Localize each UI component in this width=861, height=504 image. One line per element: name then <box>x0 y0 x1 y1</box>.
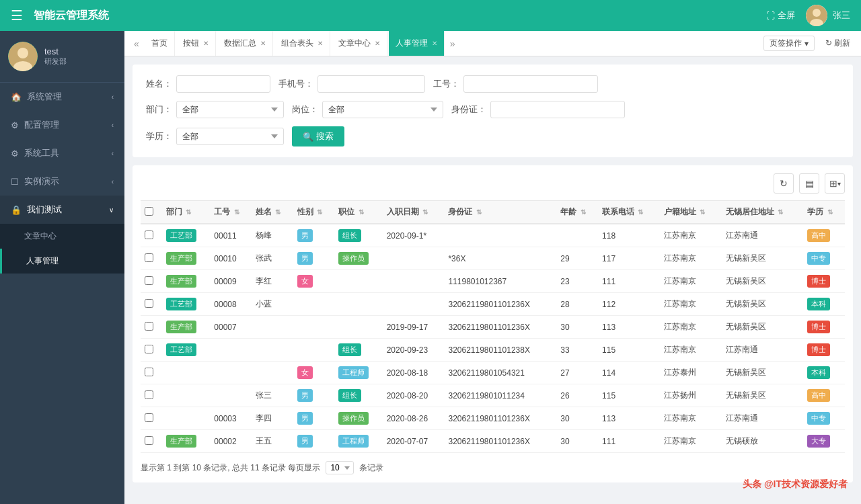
row-checkbox[interactable] <box>145 276 153 285</box>
sidebar-item-config[interactable]: ⚙ 配置管理 ‹ <box>0 111 124 139</box>
cell-gender <box>293 316 335 339</box>
hamburger-icon[interactable]: ☰ <box>11 7 23 24</box>
col-age[interactable]: 年龄 ⇅ <box>556 201 598 224</box>
col-id-card[interactable]: 身份证 ⇅ <box>444 201 556 224</box>
phone-input[interactable] <box>317 75 425 93</box>
cell-edu: 本科 <box>803 362 845 384</box>
row-checkbox[interactable] <box>145 345 153 353</box>
col-dept[interactable]: 部门 ⇅ <box>162 201 210 224</box>
position-select[interactable]: 全部 组长 操作员 工程师 <box>322 101 443 118</box>
sidebar-item-tools[interactable]: ⚙ 系统工具 ‹ <box>0 139 124 167</box>
cell-address: 江苏泰州 <box>660 362 722 384</box>
sidebar-item-demo[interactable]: ☐ 实例演示 ‹ <box>0 167 124 196</box>
sidebar-submenu-article[interactable]: 文章中心 <box>0 224 124 249</box>
fullscreen-button[interactable]: ⛶ 全屏 <box>766 9 795 22</box>
search-panel: 姓名： 手机号： 工号： 部门： <box>133 65 853 157</box>
sidebar-submenu-hr[interactable]: 人事管理 <box>0 249 124 274</box>
col-phone[interactable]: 联系电话 ⇅ <box>598 201 660 224</box>
row-checkbox[interactable] <box>145 253 153 262</box>
content-area: « 首页 按钮 ✕ 数据汇总 ✕ 组合表头 ✕ 文章中心 ✕ 人事管理 <box>124 31 861 504</box>
cell-phone: 117 <box>598 247 660 270</box>
tab-articles[interactable]: 文章中心 ✕ <box>332 31 387 56</box>
col-name[interactable]: 姓名 ⇅ <box>252 201 293 224</box>
cell-wuxi: 无锡新吴区 <box>722 293 804 316</box>
chevron-down-icon: ▾ <box>804 39 809 48</box>
tab-buttons[interactable]: 按钮 ✕ <box>176 31 216 56</box>
gear-icon: ⚙ <box>11 120 19 130</box>
page-size-select[interactable]: 10 20 50 <box>326 461 354 474</box>
cell-name: 张武 <box>252 247 293 270</box>
id-card-input[interactable] <box>490 101 625 118</box>
row-checkbox[interactable] <box>145 368 153 376</box>
col-join-date[interactable]: 入职日期 ⇅ <box>383 201 445 224</box>
refresh-table-button[interactable]: ↻ <box>774 173 794 194</box>
row-checkbox[interactable] <box>145 413 153 422</box>
cell-job-id: 00009 <box>210 270 252 293</box>
name-input[interactable] <box>176 75 270 93</box>
tab-hr[interactable]: 人事管理 ✕ <box>389 31 445 56</box>
cell-gender: 男 <box>293 407 335 430</box>
cell-address: 江苏南京 <box>660 430 722 453</box>
cell-role: 工程师 <box>334 430 382 453</box>
table-row: 女工程师2020-08-183206211980105432127114江苏泰州… <box>141 362 845 384</box>
search-icon: 🔍 <box>303 132 313 142</box>
col-wuxi[interactable]: 无锡居住地址 ⇅ <box>722 201 804 224</box>
tab-data[interactable]: 数据汇总 ✕ <box>217 31 273 56</box>
sidebar-item-test[interactable]: 🔒 我们测试 ∨ <box>0 196 124 224</box>
cell-job-id <box>210 384 252 407</box>
sidebar-item-label: 配置管理 <box>24 119 59 131</box>
sidebar-item-system[interactable]: 🏠 系统管理 ‹ <box>0 83 124 111</box>
row-checkbox[interactable] <box>145 436 153 445</box>
refresh-button[interactable]: ↻ 刷新 <box>820 36 856 50</box>
tab-close-icon[interactable]: ✕ <box>317 40 323 47</box>
cell-join-date: 2020-07-07 <box>383 430 445 453</box>
row-checkbox[interactable] <box>145 390 153 399</box>
tab-close-icon[interactable]: ✕ <box>203 40 209 47</box>
columns-button[interactable]: ⊞ ▾ <box>825 173 845 194</box>
job-id-input[interactable] <box>463 75 598 93</box>
col-job-id[interactable]: 工号 ⇅ <box>210 201 252 224</box>
tab-close-icon[interactable]: ✕ <box>260 40 266 47</box>
row-checkbox[interactable] <box>145 299 153 308</box>
cell-phone: 115 <box>598 384 660 407</box>
pagination-unit: 条记录 <box>359 462 383 474</box>
cell-dept: 生产部 <box>162 430 210 453</box>
chevron-right-icon: ‹ <box>112 122 114 129</box>
dept-select[interactable]: 全部 工艺部 生产部 <box>176 101 284 118</box>
cell-dept: 生产部 <box>162 316 210 339</box>
cell-phone: 111 <box>598 430 660 453</box>
table-row: 生产部00002王五男工程师2020-07-073206211980110123… <box>141 430 845 453</box>
density-button[interactable]: ▤ <box>799 173 819 194</box>
sidebar: test 研发部 🏠 系统管理 ‹ ⚙ 配置管理 ‹ ⚙ 系统工具 ‹ <box>0 31 124 504</box>
cell-join-date <box>383 270 445 293</box>
cell-address: 江苏南京 <box>660 316 722 339</box>
cell-gender: 男 <box>293 247 335 270</box>
chevron-down-icon: ▾ <box>837 180 841 187</box>
search-button[interactable]: 🔍 搜索 <box>292 126 344 146</box>
refresh-icon: ↻ <box>780 178 788 189</box>
cell-phone: 115 <box>598 339 660 362</box>
tab-home[interactable]: 首页 <box>145 31 175 56</box>
tab-ops-button[interactable]: 页签操作 ▾ <box>763 36 815 51</box>
cell-join-date: 2020-08-26 <box>383 407 445 430</box>
row-checkbox[interactable] <box>145 230 153 239</box>
table-row: 生产部00009李红女111980101236723111江苏南京无锡新吴区博士 <box>141 270 845 293</box>
cell-edu: 本科 <box>803 293 845 316</box>
cell-age: 30 <box>556 407 598 430</box>
col-address[interactable]: 户籍地址 ⇅ <box>660 201 722 224</box>
cell-gender: 男 <box>293 384 335 407</box>
tab-form[interactable]: 组合表头 ✕ <box>274 31 330 56</box>
edu-select[interactable]: 全部 高中 中专 本科 博士 大专 <box>176 128 284 145</box>
select-all-checkbox[interactable] <box>145 207 153 216</box>
cell-id-card: 32062119801101236X <box>444 407 556 430</box>
row-checkbox[interactable] <box>145 322 153 331</box>
tab-next-button[interactable]: » <box>446 31 459 56</box>
user-info[interactable]: 张三 <box>806 5 850 26</box>
col-role[interactable]: 职位 ⇅ <box>334 201 382 224</box>
tab-close-icon[interactable]: ✕ <box>432 40 437 47</box>
tab-prev-button[interactable]: « <box>130 31 143 56</box>
sidebar-username: test <box>44 46 67 56</box>
tab-close-icon[interactable]: ✕ <box>375 40 380 47</box>
col-edu[interactable]: 学历 ⇅ <box>803 201 845 224</box>
col-gender[interactable]: 性别 ⇅ <box>293 201 335 224</box>
